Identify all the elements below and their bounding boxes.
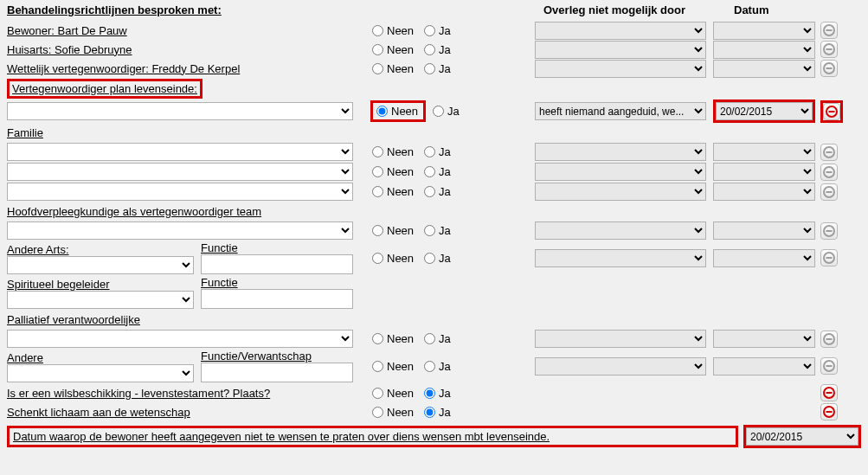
select-familie-1[interactable] <box>7 143 353 161</box>
radio-huisarts-ja[interactable]: Ja <box>422 42 454 58</box>
heading-reason-no-overlay: Overleg niet mogelijk door <box>543 3 685 16</box>
select-pall-reason[interactable] <box>535 330 706 348</box>
select-fam1-reason[interactable] <box>535 143 706 161</box>
radio-fam3-neen[interactable]: Neen <box>370 183 417 200</box>
radio-hoofd-ja[interactable]: Ja <box>422 222 454 239</box>
select-palliatief[interactable] <box>7 330 353 348</box>
radio-vertplan-neen[interactable]: Neen <box>375 103 421 119</box>
select-hoofd-date[interactable] <box>713 221 815 240</box>
radio-andere-ja[interactable]: Ja <box>422 358 454 375</box>
label-andere-arts: Andere Arts: <box>7 243 194 256</box>
radio-huisarts-neen[interactable]: Neen <box>370 42 417 58</box>
select-pall-date[interactable] <box>713 330 815 348</box>
select-arts-reason[interactable] <box>535 249 706 267</box>
radio-wettelijk-ja[interactable]: Ja <box>422 61 454 77</box>
radio-arts-ja[interactable]: Ja <box>422 250 454 266</box>
select-hoofdverpleeg[interactable] <box>7 221 353 240</box>
input-functie-verw[interactable] <box>201 363 353 382</box>
input-functie-arts[interactable] <box>201 254 353 274</box>
select-fam3-date[interactable] <box>713 183 815 201</box>
link-palliatief[interactable]: Palliatief verantwoordelijke <box>7 313 140 326</box>
radio-pall-neen[interactable]: Neen <box>370 331 417 347</box>
radio-fam2-neen[interactable]: Neen <box>370 164 417 180</box>
select-hoofd-reason[interactable] <box>535 221 706 240</box>
label-andere: Andere <box>7 351 194 364</box>
radio-fam2-ja[interactable]: Ja <box>422 164 454 180</box>
heading-date: Datum <box>734 3 768 16</box>
link-bewoner[interactable]: Bewoner: Bart De Pauw <box>7 24 127 37</box>
clear-bewoner-button[interactable] <box>820 22 838 39</box>
radio-wils-neen[interactable]: Neen <box>370 385 417 401</box>
clear-hoofd-button[interactable] <box>820 222 838 240</box>
select-vert-plan-person[interactable] <box>7 102 353 120</box>
clear-pall-button[interactable] <box>820 331 838 348</box>
radio-andere-neen[interactable]: Neen <box>370 358 417 375</box>
input-functie-spiritueel[interactable] <box>201 289 353 309</box>
radio-hoofd-neen[interactable]: Neen <box>370 222 417 239</box>
radio-wils-ja[interactable]: Ja <box>422 385 454 401</box>
clear-schenkt-button[interactable] <box>820 403 838 420</box>
select-familie-3[interactable] <box>7 183 353 201</box>
clear-wettelijk-button[interactable] <box>820 60 838 77</box>
link-huisarts[interactable]: Huisarts: Sofie Debruyne <box>7 43 132 56</box>
radio-schenkt-neen[interactable]: Neen <box>370 404 417 420</box>
clear-andere-button[interactable] <box>820 357 838 375</box>
select-andere-reason[interactable] <box>535 357 706 376</box>
link-schenkt[interactable]: Schenkt lichaam aan de wetenschap <box>7 406 190 419</box>
radio-fam1-ja[interactable]: Ja <box>422 144 454 160</box>
select-arts-date[interactable] <box>713 249 815 267</box>
link-wilsbeschikking[interactable]: Is er een wilsbeschikking - levenstestam… <box>7 387 270 400</box>
clear-huisarts-button[interactable] <box>820 41 838 58</box>
select-wettelijk-date[interactable] <box>713 60 815 78</box>
clear-fam3-button[interactable] <box>820 183 838 201</box>
select-fam1-date[interactable] <box>713 143 815 161</box>
clear-wils-button[interactable] <box>820 384 838 401</box>
select-andere[interactable] <box>7 364 194 382</box>
radio-arts-neen[interactable]: Neen <box>370 250 417 266</box>
select-spiritueel[interactable] <box>7 291 194 309</box>
clear-vertplan-button[interactable] <box>823 103 840 120</box>
select-vertplan-reason[interactable]: heeft niemand aangeduid, we... <box>535 102 706 120</box>
select-huisarts-date[interactable] <box>713 41 815 59</box>
clear-fam1-button[interactable] <box>820 144 838 161</box>
select-fam2-date[interactable] <box>713 163 815 181</box>
heading-discussed-with: Behandelingsrichtlijnen besproken met: <box>7 3 222 16</box>
link-familie[interactable]: Familie <box>7 126 43 139</box>
label-functie-arts: Functie <box>201 241 353 254</box>
radio-fam1-neen[interactable]: Neen <box>370 144 417 160</box>
select-footer-date[interactable]: 20/02/2015 <box>746 427 858 446</box>
radio-vertplan-ja[interactable]: Ja <box>431 103 463 119</box>
radio-bewoner-ja[interactable]: Ja <box>422 22 454 39</box>
radio-pall-ja[interactable]: Ja <box>422 331 454 347</box>
clear-arts-button[interactable] <box>820 249 838 266</box>
select-huisarts-reason[interactable] <box>535 41 706 59</box>
select-bewoner-reason[interactable] <box>535 22 706 40</box>
radio-bewoner-neen[interactable]: Neen <box>370 22 417 39</box>
radio-wettelijk-neen[interactable]: Neen <box>370 61 417 77</box>
link-wettelijk[interactable]: Wettelijk vertegenwoordiger: Freddy De K… <box>7 62 240 75</box>
select-fam2-reason[interactable] <box>535 163 706 181</box>
select-andere-arts[interactable] <box>7 256 194 274</box>
radio-schenkt-ja[interactable]: Ja <box>422 404 454 420</box>
select-bewoner-date[interactable] <box>713 22 815 40</box>
link-hoofdverpleeg[interactable]: Hoofdverpleegkundige als vertegenwoordig… <box>7 205 261 218</box>
label-functie-verw: Functie/Verwantschap <box>201 350 353 363</box>
clear-fam2-button[interactable] <box>820 164 838 181</box>
label-functie-spiritueel: Functie <box>201 276 353 289</box>
radio-fam3-ja[interactable]: Ja <box>422 183 454 200</box>
select-vertplan-date[interactable]: 20/02/2015 <box>716 102 813 120</box>
link-footer-datum[interactable]: Datum waarop de bewoner heeft aangegeven… <box>13 430 550 443</box>
select-wettelijk-reason[interactable] <box>535 60 706 78</box>
link-vert-plan[interactable]: Vertegenwoordiger plan levenseinde: <box>12 82 197 95</box>
select-familie-2[interactable] <box>7 163 353 181</box>
select-fam3-reason[interactable] <box>535 183 706 201</box>
select-andere-date[interactable] <box>713 357 815 376</box>
label-spiritueel: Spiritueel begeleider <box>7 278 194 291</box>
